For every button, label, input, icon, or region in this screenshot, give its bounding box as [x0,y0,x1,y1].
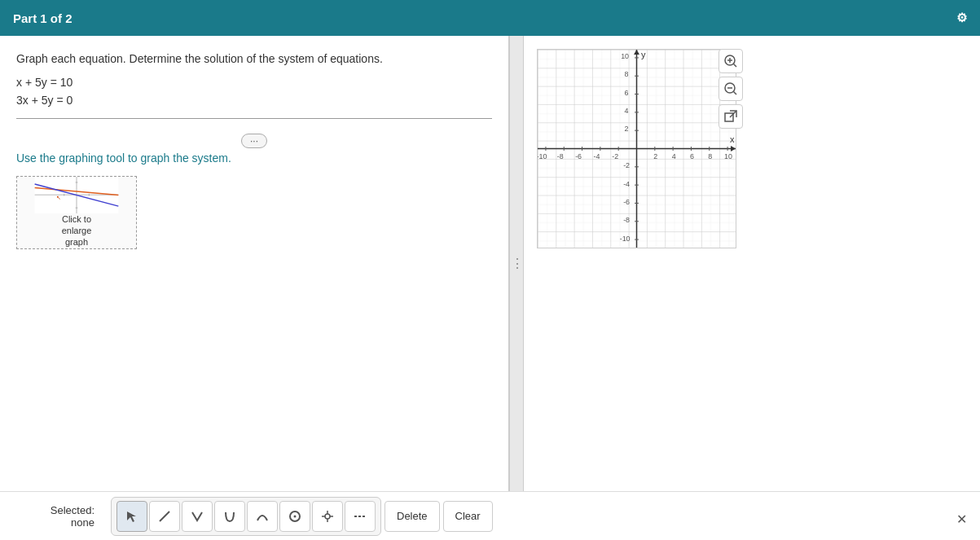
svg-text:↖: ↖ [56,195,61,200]
expand-button[interactable]: ··· [241,134,267,148]
svg-point-71 [325,514,330,519]
selected-label: Selected: [13,504,94,516]
thumbnail-label: Click to enlarge graph [62,213,92,248]
svg-text:8: 8 [625,70,629,78]
use-tool-instruction: Use the graphing tool to graph the syste… [16,151,492,165]
thumbnail-graph[interactable]: ↖ Click to enlarge graph [16,176,137,249]
svg-text:2: 2 [653,152,657,160]
selected-label-group: Selected: none [13,504,94,529]
svg-text:y: y [641,50,646,59]
svg-text:-4: -4 [593,152,600,160]
svg-text:-10: -10 [537,152,547,160]
right-panel: x y -2 -4 -6 -8 -10 2 4 6 8 10 2 4 6 8 1… [524,36,980,491]
selected-value: none [13,516,94,529]
drag-handle-icon: ⋮ [511,257,522,270]
thumbnail-graph-svg: ↖ [17,177,136,213]
coordinate-graph: x y -2 -4 -6 -8 -10 2 4 6 8 10 2 4 6 8 1… [537,49,736,248]
svg-line-68 [160,511,169,521]
problem-statement: Graph each equation. Determine the solut… [16,52,492,65]
svg-text:6: 6 [625,89,629,97]
svg-text:-6: -6 [623,198,630,206]
svg-text:6: 6 [690,152,694,160]
left-panel: Graph each equation. Determine the solut… [0,36,509,491]
settings-icon[interactable]: ⚙ [956,11,967,25]
v-shape-tool-button[interactable] [182,501,213,532]
svg-text:-4: -4 [623,180,630,188]
action-buttons: Delete Clear [385,501,493,532]
tool-buttons-group [111,497,381,536]
arc-tool-button[interactable] [247,501,278,532]
svg-text:2: 2 [625,125,629,133]
svg-line-61 [734,64,737,68]
svg-text:-2: -2 [623,161,630,169]
dash-tool-button[interactable] [345,501,376,532]
svg-text:x: x [730,134,735,144]
svg-text:4: 4 [625,107,629,115]
graph-container: x y -2 -4 -6 -8 -10 2 4 6 8 10 2 4 6 8 1… [537,49,736,252]
svg-text:-2: -2 [612,152,618,160]
zoom-out-button[interactable] [719,77,743,101]
svg-text:-8: -8 [623,216,630,224]
svg-text:4: 4 [672,152,676,160]
circle-tool-button[interactable] [279,501,310,532]
clear-button[interactable]: Clear [443,501,493,532]
svg-line-64 [734,92,737,95]
graph-controls [719,49,743,129]
svg-text:10: 10 [724,152,732,160]
equation-2: 3x + 5y = 0 [16,91,492,109]
zoom-in-button[interactable] [719,49,743,73]
svg-text:-6: -6 [575,152,582,160]
svg-text:10: 10 [621,52,629,60]
panel-drag-handle[interactable]: ⋮ [509,36,524,491]
header-title: Part 1 of 2 [13,11,73,25]
u-shape-tool-button[interactable] [214,501,245,532]
svg-text:8: 8 [708,152,712,160]
point-tool-button[interactable] [312,501,343,532]
header: Part 1 of 2 ⚙ [0,0,980,36]
svg-point-70 [294,515,297,517]
svg-text:-8: -8 [557,152,564,160]
svg-text:-10: -10 [620,235,631,243]
divider [16,118,492,119]
delete-button[interactable]: Delete [385,501,440,532]
bottom-toolbar: Selected: none [0,491,980,540]
equation-1: x + 5y = 10 [16,73,492,91]
equations: x + 5y = 10 3x + 5y = 0 [16,73,492,110]
svg-marker-67 [127,511,136,522]
close-button[interactable]: ✕ [956,511,967,527]
main-content: Graph each equation. Determine the solut… [0,36,980,491]
select-tool-button[interactable] [116,501,147,532]
external-link-button[interactable] [719,104,743,129]
line-tool-button[interactable] [149,501,180,532]
